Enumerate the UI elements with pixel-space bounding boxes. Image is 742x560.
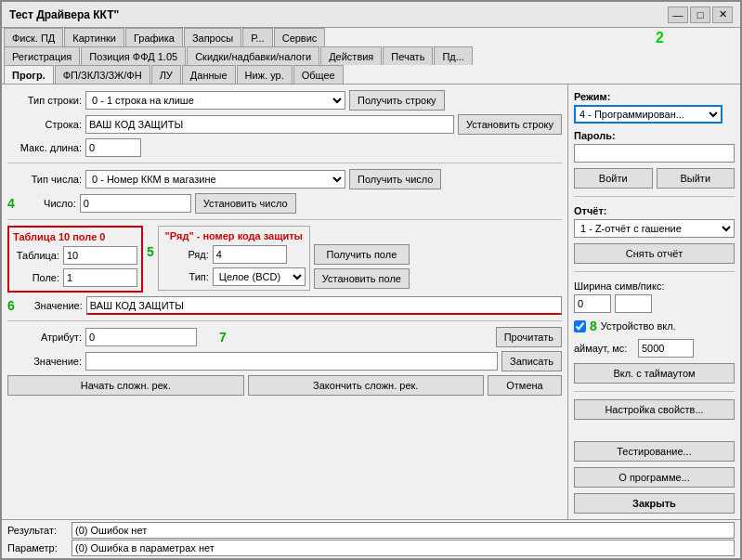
tip-stroki-label: Тип строки:: [7, 95, 82, 106]
parol-section: Пароль:: [574, 129, 735, 163]
rezhim-row: 4 - Программирован...: [574, 105, 735, 124]
o-programme-button[interactable]: О программе...: [574, 467, 735, 488]
tab-pechat[interactable]: Печать: [383, 46, 433, 65]
pole-buttons: Получить поле Установить поле: [314, 244, 410, 289]
tab-pozicia[interactable]: Позиция ФФД 1.05: [81, 46, 186, 65]
tab-registracia[interactable]: Регистрация: [4, 46, 80, 65]
voiti-viyti-row: Войти Выйти: [574, 168, 735, 189]
ryad-label: Ряд:: [163, 249, 209, 260]
tip-label: Тип:: [163, 271, 209, 282]
tablica-row: Таблица:: [13, 246, 137, 265]
parametr-row: Параметр:: [7, 540, 735, 556]
tablica-input[interactable]: [63, 246, 137, 265]
ustanovit-stroku-button[interactable]: Установить строку: [458, 114, 562, 135]
main-area: Тип строки: 0 - 1 строка на клише Получи…: [2, 85, 740, 519]
ustanovit-chislo-button[interactable]: Установить число: [195, 193, 296, 214]
shirina-section: Ширина симв/пикс:: [574, 280, 735, 313]
tab-kartinki[interactable]: Картинки: [64, 28, 124, 46]
pole-input[interactable]: [63, 268, 137, 287]
atribut-input[interactable]: [85, 328, 197, 346]
chislo-input[interactable]: [80, 194, 191, 213]
maximize-button[interactable]: □: [690, 7, 710, 23]
otchet-select[interactable]: 1 - Z-отчёт с гашение: [574, 219, 735, 238]
ryad-row: Ряд:: [163, 245, 306, 264]
annotation-8: 8: [590, 319, 597, 333]
tip-chisla-select[interactable]: 0 - Номер ККМ в магазине: [85, 170, 345, 189]
vkl-taymautom-button[interactable]: Вкл. с таймаутом: [574, 363, 735, 384]
poluchit-pole-button[interactable]: Получить поле: [314, 244, 410, 265]
nastroyka-button[interactable]: Настройка свойств...: [574, 399, 735, 420]
tab-pd[interactable]: Пд...: [434, 46, 473, 65]
snyat-otchet-button[interactable]: Снять отчёт: [574, 243, 735, 264]
parol-input[interactable]: [574, 144, 735, 163]
tab-servis[interactable]: Сервис: [274, 28, 326, 46]
znachenie-label: Значение:: [22, 300, 83, 311]
tab-row-1: Фиск. ПД Картинки Графика Запросы Р... С…: [2, 28, 740, 46]
tablica-label: Таблица:: [13, 250, 59, 261]
tab-r[interactable]: Р...: [242, 28, 272, 46]
taymaut-input[interactable]: [638, 339, 694, 358]
tab-row-2: Регистрация Позиция ФФД 1.05 Скидки/надб…: [2, 46, 740, 65]
shirina-input2[interactable]: [615, 294, 652, 313]
title-bar: Тест Драйвера ККТ" — □ ✕: [2, 2, 740, 28]
parol-label: Пароль:: [574, 130, 616, 141]
tab-dannye[interactable]: Данные: [182, 65, 236, 84]
tip-select[interactable]: Целое (BCD): [213, 267, 306, 286]
zakryt-button[interactable]: Закрыть: [574, 493, 735, 514]
prochitat-button[interactable]: Прочитать: [496, 327, 562, 347]
annotation-tablica: Таблица 10 поле 0: [13, 231, 137, 242]
right-panel: Режим: 4 - Программирован... Пароль: Вой…: [568, 85, 740, 519]
vyiti-button[interactable]: Выйти: [657, 168, 735, 189]
tab-fp[interactable]: ФП/ЗКЛ3/ЗЖ/ФН: [55, 65, 150, 84]
tab-progr[interactable]: Прогр.: [4, 65, 54, 84]
close-button[interactable]: ✕: [712, 7, 733, 23]
parametr-input[interactable]: [72, 540, 735, 556]
maks-dlina-input[interactable]: [85, 138, 141, 157]
annotation-7: 7: [219, 330, 227, 345]
tabs-area: Фиск. ПД Картинки Графика Запросы Р... С…: [2, 28, 740, 85]
rezhim-select[interactable]: 4 - Программирован...: [574, 105, 722, 124]
maks-dlina-label: Макс. длина:: [7, 142, 82, 153]
stroka-input[interactable]: [85, 115, 454, 134]
maks-dlina-row: Макс. длина:: [7, 138, 562, 157]
taymaut-row: аймаут, мс:: [574, 339, 735, 358]
nachat-button[interactable]: Начать сложн. рек.: [7, 375, 244, 396]
tip-stroki-select[interactable]: 0 - 1 строка на клише: [85, 91, 345, 110]
tab-grafika[interactable]: Графика: [125, 28, 183, 46]
testirovanie-button[interactable]: Тестирование...: [574, 441, 735, 462]
shirina-label: Ширина симв/пикс:: [574, 280, 664, 292]
table-field-section: Таблица 10 поле 0 Таблица: Поле: 5 "Ряд"…: [7, 226, 562, 293]
tab-obshee[interactable]: Общее: [293, 65, 344, 84]
tab-lu[interactable]: ЛУ: [151, 65, 181, 84]
poluchit-chislo-button[interactable]: Получить число: [349, 169, 441, 189]
rezultat-input[interactable]: [72, 522, 735, 539]
voiti-button[interactable]: Войти: [574, 168, 653, 189]
tab-nizh[interactable]: Ниж. ур.: [237, 65, 293, 84]
znachenie-input[interactable]: [86, 296, 562, 315]
tab-skidki[interactable]: Скидки/надбавки/налоги: [187, 46, 319, 65]
tab-zaprosy[interactable]: Запросы: [184, 28, 241, 46]
minimize-button[interactable]: —: [668, 7, 688, 23]
znachenie2-input[interactable]: [85, 352, 498, 371]
tab-fisk-pd[interactable]: Фиск. ПД: [4, 28, 63, 46]
stroka-row: Строка: Установить строку: [7, 114, 562, 135]
tip-chisla-label: Тип числа:: [7, 174, 82, 185]
otmena-button[interactable]: Отмена: [488, 375, 562, 396]
window-title: Тест Драйвера ККТ": [9, 8, 119, 21]
poluchit-stroku-button[interactable]: Получить строку: [349, 90, 445, 111]
annotation-2: 2: [656, 30, 664, 46]
ustanovit-pole-button[interactable]: Установить поле: [314, 268, 410, 289]
ustroystvo-checkbox[interactable]: [574, 320, 586, 332]
pole-label: Поле:: [13, 272, 59, 283]
atribut-label: Атрибут:: [7, 332, 82, 343]
zakonchit-button[interactable]: Закончить сложн. рек.: [248, 375, 485, 396]
rezhim-label: Режим:: [574, 91, 610, 102]
atribut-row: Атрибут: 7 Прочитать: [7, 327, 562, 347]
ryad-section: "Ряд" - номер кода защиты Ряд: Тип: Цело…: [158, 226, 310, 291]
ryad-input[interactable]: [213, 245, 287, 264]
tab-row-3: Прогр. ФП/ЗКЛ3/ЗЖ/ФН ЛУ Данные Ниж. ур. …: [2, 65, 740, 84]
zapisat-button[interactable]: Записать: [501, 351, 562, 371]
rezhim-section: Режим: 4 - Программирован...: [574, 90, 735, 124]
shirina-input1[interactable]: [574, 294, 611, 313]
tab-deystviya[interactable]: Действия: [320, 46, 382, 65]
